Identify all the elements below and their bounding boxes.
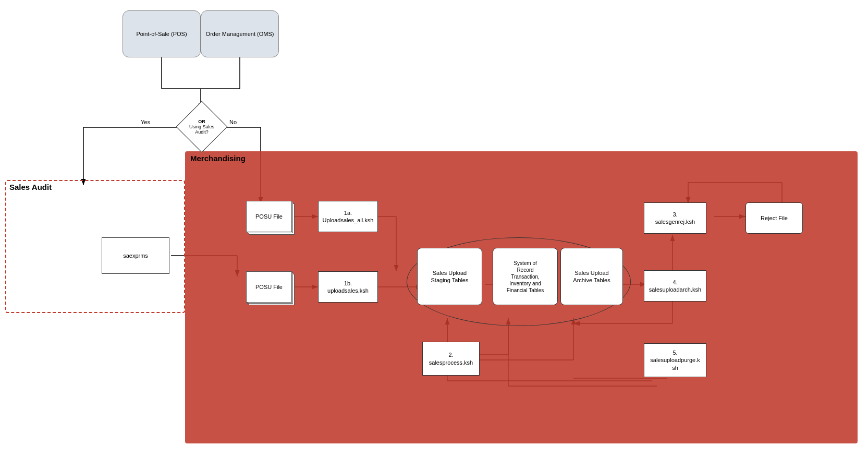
- no-label: No: [229, 119, 237, 125]
- upload-1b-node: 1b. uploadsales.ksh: [318, 271, 378, 303]
- salesuploadarch-node: 4. salesuploadarch.ksh: [644, 270, 706, 302]
- oms-node: Order Management (OMS): [201, 10, 279, 57]
- yes-label: Yes: [141, 119, 150, 125]
- salesprocess-node: 2. salesprocess.ksh: [422, 342, 480, 376]
- diamond-node: OR Using SalesAudit?: [184, 109, 220, 145]
- saexprms-node: saexprms: [102, 237, 169, 274]
- pos-node: Point-of-Sale (POS): [123, 10, 201, 57]
- reject-file-node: Reject File: [745, 202, 803, 234]
- sor-node: System of Record Transaction, Inventory …: [493, 248, 558, 305]
- sales-audit-title: Sales Audit: [9, 183, 52, 191]
- merchandising-title: Merchandising: [190, 154, 246, 163]
- salesgenrej-node: 3. salesgenrej.ksh: [644, 202, 706, 234]
- staging-tables-node: Sales Upload Staging Tables: [417, 248, 482, 305]
- upload-1a-node: 1a. Uploadsales_all.ksh: [318, 201, 378, 232]
- archive-tables-node: Sales Upload Archive Tables: [560, 248, 623, 305]
- salesuploadpurge-node: 5. salesuploadpurge.k sh: [644, 343, 706, 377]
